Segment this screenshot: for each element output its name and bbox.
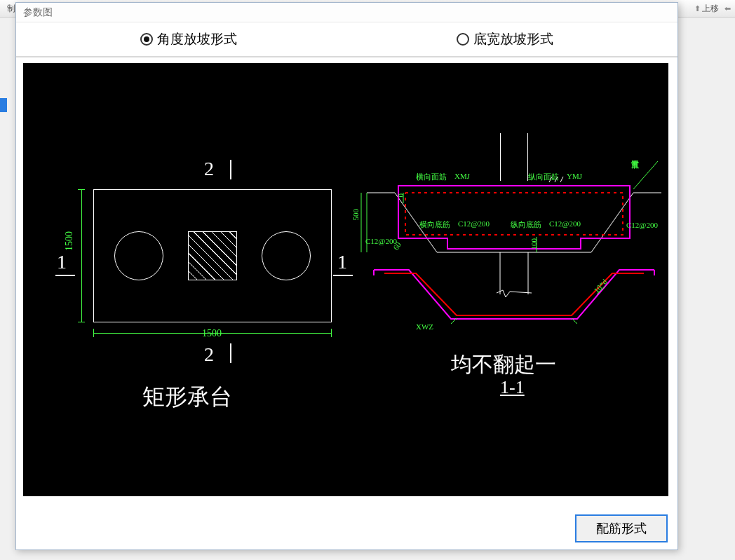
section-line: [230, 343, 231, 363]
section-1-left-label: 1: [57, 251, 67, 273]
section-line: [230, 160, 231, 179]
pile-circle-right: [262, 231, 311, 280]
modal-footer: 配筋形式: [575, 514, 668, 542]
plan-view-drawing: 2 2 1 1 1500 1500 矩形承台: [51, 175, 339, 470]
dim-vertical-text: 1500: [64, 231, 75, 251]
label-c12-a: C12@200: [458, 219, 490, 228]
column-hatch: [188, 231, 237, 280]
cad-canvas: 2 2 1 1 1500 1500 矩形承台: [23, 63, 668, 496]
section-line: [55, 275, 75, 276]
rebar-form-button[interactable]: 配筋形式: [575, 514, 668, 542]
section-svg: [353, 133, 661, 470]
label-c12-d: C12@200: [626, 221, 658, 229]
label-c12-b: C12@200: [549, 219, 581, 228]
toolbar-right-item[interactable]: ⬆ 上移: [694, 3, 719, 15]
radio-icon: [140, 33, 153, 46]
label-hxmj: 横向面筋: [416, 172, 447, 182]
radio-icon: [457, 33, 469, 46]
label-hxdj: 横向底筋: [419, 219, 450, 230]
dim-horizontal-text: 1500: [202, 328, 222, 339]
form-mode-radio-bar: 角度放坡形式 底宽放坡形式: [16, 22, 677, 57]
modal-title: 参数图: [16, 3, 677, 22]
param-diagram-modal: 参数图 角度放坡形式 底宽放坡形式 2 2 1 1 1500: [15, 2, 678, 550]
dim-100-text: 100: [530, 238, 538, 250]
dim-vertical-line: [81, 189, 82, 322]
label-xwz: XWZ: [416, 322, 433, 331]
arrow-up-icon: ⬆: [694, 4, 701, 13]
radio-width-label: 底宽放坡形式: [473, 30, 553, 48]
left-selection-indicator: [0, 98, 7, 112]
label-xmj: XMJ: [454, 172, 470, 180]
dim-500-text: 500: [351, 209, 360, 221]
section-view-drawing: 横向面筋 XMJ 纵向面筋 YMJ 节点设置 横向底筋 C12@200 纵向底筋…: [353, 133, 661, 470]
section-2-bottom-label: 2: [204, 343, 214, 366]
pile-circle-left: [114, 231, 163, 280]
svg-line-3: [560, 177, 563, 182]
toolbar-right-label: 上移: [702, 3, 719, 15]
section-2-top-label: 2: [204, 158, 214, 180]
section-view-subtitle: 1-1: [500, 377, 525, 398]
section-line: [333, 275, 353, 276]
radio-angle-slope[interactable]: 角度放坡形式: [30, 30, 347, 48]
dim-0-text: 0: [396, 193, 405, 198]
svg-line-4: [633, 161, 658, 189]
section-view-title: 均不翻起一: [451, 350, 556, 379]
radio-width-slope[interactable]: 底宽放坡形式: [347, 30, 664, 48]
label-zxmj: 纵向面筋: [528, 172, 559, 182]
radio-angle-label: 角度放坡形式: [157, 30, 237, 48]
label-ymj: YMJ: [567, 172, 582, 180]
plan-view-title: 矩形承台: [142, 382, 232, 413]
label-zxdj: 纵向底筋: [511, 219, 541, 230]
section-1-right-label: 1: [337, 251, 347, 273]
toolbar-left-item[interactable]: 制: [7, 3, 15, 15]
arrow-right-icon: ⬅: [724, 4, 731, 13]
